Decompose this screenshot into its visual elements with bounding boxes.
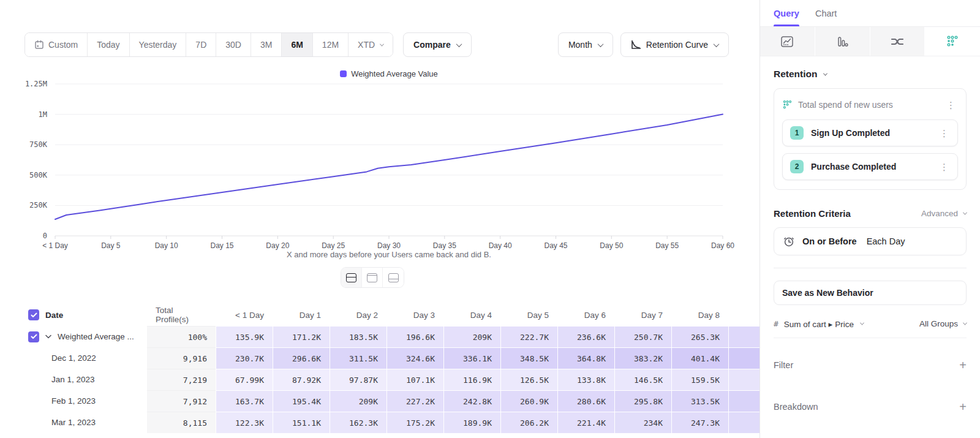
date-range-group: CustomTodayYesterday7D30D3M6M12MXTD bbox=[24, 32, 393, 57]
range-custom-button[interactable]: Custom bbox=[25, 33, 88, 56]
table-row: Mar 1, 20238,115122.3K151.1K162.3K175.2K… bbox=[0, 412, 760, 433]
total-profiles-cell: 7,912 bbox=[147, 390, 216, 412]
retention-value-cell: 135.9K bbox=[216, 326, 273, 347]
header-col: Total Profile(s) bbox=[147, 304, 216, 326]
chart-type-button[interactable]: Retention Curve bbox=[620, 32, 729, 57]
retention-criteria-header: Retention Criteria Advanced bbox=[774, 208, 967, 219]
layout-table-button[interactable] bbox=[383, 268, 404, 287]
report-type-switcher bbox=[760, 27, 980, 56]
breakdown-add-row[interactable]: Breakdown + bbox=[774, 401, 967, 413]
retention-report-button[interactable] bbox=[925, 27, 980, 56]
kebab-menu-icon[interactable]: ⋮ bbox=[937, 127, 951, 139]
retention-value-cell: 87.92K bbox=[273, 369, 330, 390]
criteria-title: Retention Criteria bbox=[774, 208, 921, 219]
layout-toggle-group bbox=[341, 267, 404, 288]
row-label-cell: Mar 1, 2023 bbox=[0, 412, 147, 433]
step-row-sign-up[interactable]: 1 Sign Up Completed ⋮ bbox=[782, 119, 958, 146]
table-row: Dec 1, 20229,916230.7K296.6K311.5K324.6K… bbox=[0, 347, 760, 369]
tab-chart[interactable]: Chart bbox=[815, 0, 837, 26]
chevron-down-icon bbox=[963, 321, 967, 325]
retention-value-cell: 265.3K bbox=[671, 326, 728, 347]
retention-value-cell: 122.3K bbox=[216, 412, 273, 433]
chevron-down-icon bbox=[860, 321, 864, 325]
x-tick-label: Day 30 bbox=[377, 241, 401, 250]
range-today-button[interactable]: Today bbox=[88, 33, 129, 56]
split-view-icon bbox=[346, 273, 356, 282]
chevron-down-icon bbox=[380, 42, 384, 46]
table-view-icon bbox=[388, 273, 399, 282]
criteria-selector[interactable]: On or Before Each Day bbox=[774, 227, 967, 255]
row-checkbox[interactable] bbox=[28, 331, 39, 342]
chevron-down-icon bbox=[597, 41, 603, 47]
retention-value-cell: 348.5K bbox=[500, 347, 557, 369]
x-tick-label: Day 50 bbox=[600, 241, 623, 250]
main-panel: CustomTodayYesterday7D30D3M6M12MXTD Comp… bbox=[0, 0, 760, 438]
granularity-button[interactable]: Month bbox=[558, 32, 613, 57]
retention-value-cell: 67.99K bbox=[216, 369, 273, 390]
flows-report-button[interactable] bbox=[870, 27, 925, 56]
header-col: Day 1 bbox=[273, 304, 330, 326]
x-tick-label: Day 20 bbox=[266, 241, 289, 250]
retention-value-cell: 171.2K bbox=[273, 326, 330, 347]
y-tick-label: 750K bbox=[13, 140, 47, 149]
range-7d-button[interactable]: 7D bbox=[186, 33, 216, 56]
y-tick-label: 0 bbox=[13, 232, 47, 240]
row-label-cell: Dec 1, 2022 bbox=[0, 347, 147, 369]
chart-view-icon bbox=[367, 273, 377, 282]
total-profiles-cell: 100% bbox=[147, 326, 216, 347]
retention-value-cell: 107.1K bbox=[386, 369, 443, 390]
groups-dropdown[interactable]: All Groups bbox=[919, 319, 967, 328]
select-all-checkbox[interactable] bbox=[28, 309, 39, 320]
toolbar: CustomTodayYesterday7D30D3M6M12MXTD Comp… bbox=[24, 32, 729, 57]
retention-value-cell: 250.7K bbox=[614, 326, 671, 347]
filter-add-row[interactable]: Filter + bbox=[774, 359, 967, 371]
kebab-menu-icon[interactable]: ⋮ bbox=[944, 99, 958, 111]
retention-value-cell: 242.8K bbox=[443, 390, 500, 412]
compare-button[interactable]: Compare bbox=[403, 32, 472, 57]
retention-value-cell: 280.6K bbox=[557, 390, 614, 412]
overflow-value-cell bbox=[728, 369, 760, 390]
metric-property-dropdown[interactable]: Sum of cart ▸ Price bbox=[784, 319, 854, 329]
retention-value-cell: 189.9K bbox=[443, 412, 500, 433]
insights-report-button[interactable] bbox=[760, 27, 815, 56]
x-tick-label: Day 55 bbox=[655, 241, 679, 250]
save-as-new-behavior-button[interactable]: Save as New Behavior bbox=[774, 281, 967, 305]
table-header-row: DateTotal Profile(s)< 1 DayDay 1Day 2Day… bbox=[0, 304, 760, 326]
retention-value-cell: 324.6K bbox=[386, 347, 443, 369]
number-property-icon: # bbox=[774, 319, 778, 328]
expand-row-icon[interactable] bbox=[45, 334, 51, 339]
x-axis-caption: X and more days before your Users came b… bbox=[55, 250, 723, 259]
total-profiles-cell: 9,916 bbox=[147, 347, 216, 369]
report-kind-dropdown[interactable]: Retention bbox=[774, 69, 967, 80]
retention-value-cell: 364.8K bbox=[557, 347, 614, 369]
range-xtd-button[interactable]: XTD bbox=[349, 33, 393, 56]
retention-value-cell: 126.5K bbox=[500, 369, 557, 390]
retention-value-cell: 383.2K bbox=[614, 347, 671, 369]
range-3m-button[interactable]: 3M bbox=[251, 33, 282, 56]
funnels-icon bbox=[835, 36, 849, 48]
header-col: Day 3 bbox=[386, 304, 443, 326]
compare-label: Compare bbox=[413, 40, 451, 50]
query-builder-sidebar: Query Chart bbox=[760, 0, 980, 438]
x-tick-label: Day 5 bbox=[101, 241, 120, 250]
retention-value-cell: 313.5K bbox=[671, 390, 728, 412]
kebab-menu-icon[interactable]: ⋮ bbox=[937, 161, 951, 173]
x-tick-label: Day 60 bbox=[711, 241, 734, 250]
retention-value-cell: 175.2K bbox=[386, 412, 443, 433]
range-6m-button[interactable]: 6M bbox=[282, 33, 312, 56]
funnels-report-button[interactable] bbox=[815, 27, 870, 56]
x-tick-label: Day 35 bbox=[433, 241, 456, 250]
total-profiles-cell: 7,219 bbox=[147, 369, 216, 390]
retention-value-cell: 295.8K bbox=[614, 390, 671, 412]
retention-value-cell: 247.3K bbox=[671, 412, 728, 433]
step-row-purchase[interactable]: 2 Purchase Completed ⋮ bbox=[782, 153, 958, 180]
range-12m-button[interactable]: 12M bbox=[313, 33, 349, 56]
advanced-dropdown[interactable]: Advanced bbox=[921, 209, 967, 218]
range-30d-button[interactable]: 30D bbox=[216, 33, 251, 56]
range-yesterday-button[interactable]: Yesterday bbox=[130, 33, 187, 56]
retention-value-cell: 311.5K bbox=[330, 347, 386, 369]
layout-split-button[interactable] bbox=[341, 268, 362, 287]
layout-chart-button[interactable] bbox=[362, 268, 383, 287]
tab-query[interactable]: Query bbox=[774, 0, 799, 26]
retention-value-cell: 222.7K bbox=[500, 326, 557, 347]
